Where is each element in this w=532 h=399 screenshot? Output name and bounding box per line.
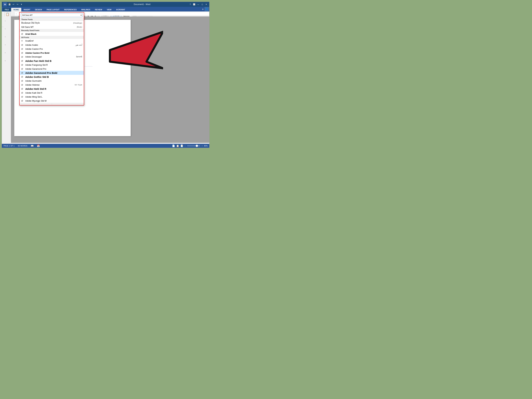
font-item-adobe-kaiti[interactable]: O Adobe Kaiti Std R xyxy=(20,91,84,95)
font-adobe-gothic-left: O Adobe Gothic Std B xyxy=(21,76,49,78)
font-item-arial-black[interactable]: O Arial Black xyxy=(20,32,84,36)
tab-home[interactable]: HOME xyxy=(11,8,21,12)
font-item-arial-black-left: O Arial Black xyxy=(21,33,36,35)
undo-button[interactable]: ↩ xyxy=(12,3,15,6)
font-item-acadref[interactable]: T AcadEref xyxy=(20,39,84,43)
tab-mailings[interactable]: MAILINGS xyxy=(79,8,93,12)
font-adobe-garamond-bold-left: O Adobe Garamond Pro Bold xyxy=(21,71,57,74)
font-input-dropdown[interactable]: ▾ xyxy=(80,14,82,16)
font-adobe-garamond-name: Adobe Garamond Pro xyxy=(25,68,46,70)
zoom-thumb[interactable] xyxy=(196,145,198,147)
word-count: 65 WORDS xyxy=(18,145,27,147)
tab-bar: FILE HOME INSERT DESIGN PAGE LAYOUT REFE… xyxy=(2,7,209,12)
tab-page-layout[interactable]: PAGE LAYOUT xyxy=(44,8,62,12)
adobe-kaiti-icon: O xyxy=(21,92,24,94)
font-adobe-fangsong-left: O Adobe Fangsong Std R xyxy=(21,64,48,66)
window-title: Document1 - Word xyxy=(96,3,188,6)
calendar-icon[interactable]: 📅 xyxy=(37,145,40,147)
tab-insert[interactable]: INSERT xyxy=(21,8,32,12)
zoom-slider[interactable] xyxy=(187,145,200,146)
font-item-adobe-fan-heiti[interactable]: O Adobe Fan Heiti Std B xyxy=(20,59,84,63)
font-item-adobe-myungjo[interactable]: O Adobe Myungjo Std M xyxy=(20,99,84,103)
tab-references[interactable]: REFERENCES xyxy=(62,8,79,12)
adobe-gothic-icon: O xyxy=(21,76,24,78)
adobe-heiti-r-icon: O xyxy=(21,88,24,90)
font-item-adobe-ming[interactable]: O Adobe Ming Std L xyxy=(20,95,84,99)
redo-button[interactable]: ↪ xyxy=(16,3,19,6)
status-right: 📄 📋 📑 − + 80% xyxy=(172,145,208,147)
customize-quick-access[interactable]: ▾ xyxy=(20,3,23,6)
help-button[interactable]: ? xyxy=(188,2,192,6)
font-gillsans-tag: (Body) xyxy=(77,26,82,28)
tab-acrobat[interactable]: ACROBAT xyxy=(114,8,127,12)
status-bar: PAGE 1 OF 1 65 WORDS 📖 📅 📄 📋 📑 − + 80% xyxy=(2,144,209,148)
font-item-gillsans[interactable]: Gill Sans MT (Body) xyxy=(20,25,84,29)
all-fonts-header: All Fonts xyxy=(20,36,84,39)
font-bookman-tag: (Headings) xyxy=(73,22,82,24)
font-item-adobe-garamond-bold[interactable]: O Adobe Garamond Pro Bold xyxy=(20,71,84,75)
font-item-adobe-devanagari[interactable]: O Adobe Devanagari देवनागरी xyxy=(20,55,84,59)
scroll-dots: ··· xyxy=(51,103,52,105)
font-item-adobe-heiti-r[interactable]: O Adobe Heiti Std R xyxy=(20,87,84,91)
font-acadref-left: T AcadEref xyxy=(21,40,33,42)
ruler-num-2: 2 xyxy=(16,13,16,15)
adobe-caslon-icon: O xyxy=(21,48,24,50)
zoom-level: 80% xyxy=(204,145,208,147)
font-gillsans-name: Gill Sans MT xyxy=(21,26,34,28)
tab-review[interactable]: REVIEW xyxy=(93,8,104,12)
close-button[interactable]: ✕ xyxy=(204,2,208,6)
zoom-slider-plus[interactable]: + xyxy=(202,145,203,147)
font-item-adobe-caslon-bold[interactable]: O Adobe Caslon Pro Bold xyxy=(20,51,84,55)
acadref-icon: T xyxy=(21,40,24,42)
tab-view[interactable]: VIEW xyxy=(104,8,114,12)
adobe-caslon-bold-icon: O xyxy=(21,52,24,54)
font-adobe-myungjo-name: Adobe Myungjo Std M xyxy=(25,100,47,102)
proofing-icon[interactable]: 📖 xyxy=(31,145,34,147)
font-adobe-garamond-bold-name: Adobe Garamond Pro Bold xyxy=(25,71,57,74)
doc-view-3[interactable]: 📑 xyxy=(180,145,183,147)
adobe-ming-icon: O xyxy=(21,95,24,98)
font-dropdown-scroll[interactable]: Theme Fonts Bookman Old Style (Headings)… xyxy=(20,18,84,105)
font-adobe-garamond-left: O Adobe Garamond Pro xyxy=(21,68,46,70)
font-item-adobe-hebrew[interactable]: O Adobe Hebrew אבגד הוז xyxy=(20,83,84,87)
tab-design[interactable]: DESIGN xyxy=(32,8,44,12)
font-input-value: Gill Sans MT xyxy=(21,14,34,16)
doc-view-2[interactable]: 📋 xyxy=(176,145,179,147)
font-adobe-caslon-bold-left: O Adobe Caslon Pro Bold xyxy=(21,52,49,54)
font-adobe-ming-left: O Adobe Ming Std L xyxy=(21,95,42,98)
adobe-arabic-preview: أيجد هوز xyxy=(75,44,82,46)
adobe-hebrew-preview: אבגד הוז xyxy=(75,84,82,86)
adobe-fangsong-icon: O xyxy=(21,64,24,66)
font-adobe-fan-heiti-name: Adobe Fan Heiti Std B xyxy=(25,59,51,62)
font-item-adobe-arabic[interactable]: O Adobe Arabic أيجد هوز xyxy=(20,43,84,47)
font-item-adobe-garamond[interactable]: O Adobe Garamond Pro xyxy=(20,67,84,71)
maximize-button[interactable]: ◻ xyxy=(200,2,204,6)
font-bookman-name: Bookman Old Style xyxy=(21,22,40,24)
font-item-adobe-gurmukhi[interactable]: O Adobe Gurmukhi xyxy=(20,79,84,83)
font-input-box[interactable]: Gill Sans MT ▾ xyxy=(21,13,82,17)
font-item-adobe-fangsong[interactable]: O Adobe Fangsong Std R xyxy=(20,63,84,67)
adobe-fan-heiti-icon: O xyxy=(21,60,24,62)
font-adobe-ming-name: Adobe Ming Std L xyxy=(25,95,42,98)
ruler-mark-3: 3 xyxy=(4,36,11,38)
font-adobe-heiti-r-left: O Adobe Heiti Std R xyxy=(21,88,46,90)
tab-file[interactable]: FILE xyxy=(2,8,11,12)
zoom-slider-minus[interactable]: − xyxy=(184,145,185,147)
doc-view-1[interactable]: 📄 xyxy=(172,145,175,147)
ribbon-collapse[interactable]: ∧ xyxy=(202,8,204,11)
minimize-button[interactable]: — xyxy=(196,2,200,6)
word-window: W 💾 ↩ ↪ ▾ Document1 - Word ? ⬜ — ◻ ✕ FIL… xyxy=(2,2,209,148)
title-bar-left: W 💾 ↩ ↪ ▾ xyxy=(3,2,96,6)
word-logo: W xyxy=(3,2,7,6)
page-indicator: PAGE 1 OF 1 xyxy=(4,145,14,147)
font-item-bookman-left: Bookman Old Style xyxy=(21,22,40,24)
font-item-adobe-gothic[interactable]: O Adobe Gothic Std B xyxy=(20,75,84,79)
window-controls: ? ⬜ — ◻ ✕ xyxy=(188,2,208,6)
save-button[interactable]: 💾 xyxy=(8,3,11,6)
ruler-mark-5: 5 xyxy=(4,52,11,54)
font-item-bookman[interactable]: Bookman Old Style (Headings) xyxy=(20,21,84,25)
font-item-adobe-caslon[interactable]: O Adobe Caslon Pro xyxy=(20,47,84,51)
font-adobe-gothic-name: Adobe Gothic Std B xyxy=(25,76,49,78)
ribbon-display-button[interactable]: ⬜ xyxy=(192,2,196,6)
font-adobe-hebrew-left: O Adobe Hebrew xyxy=(21,84,40,86)
